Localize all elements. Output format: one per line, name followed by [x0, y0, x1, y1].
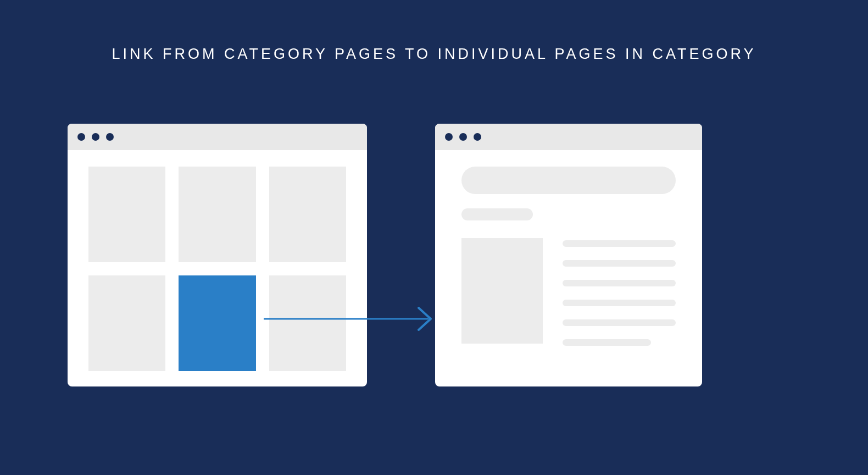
category-page-window: [68, 124, 367, 386]
text-line-placeholder: [563, 319, 676, 326]
text-line-placeholder: [563, 339, 651, 346]
page-detail: [461, 167, 676, 371]
category-tile: [88, 275, 165, 371]
category-tile: [179, 167, 255, 262]
category-tile: [88, 167, 165, 262]
text-line-placeholder: [563, 260, 676, 267]
window-dot-icon: [459, 133, 467, 141]
subheading-placeholder: [461, 208, 533, 220]
text-line-placeholder: [563, 240, 676, 247]
category-tile: [269, 275, 346, 371]
window-dot-icon: [77, 133, 85, 141]
heading-placeholder: [461, 167, 676, 194]
window-chrome: [435, 124, 702, 150]
window-dot-icon: [474, 133, 481, 141]
individual-page-window: [435, 124, 702, 386]
window-dot-icon: [445, 133, 453, 141]
image-placeholder: [461, 238, 543, 344]
window-dot-icon: [106, 133, 114, 141]
diagram-stage: LINK FROM CATEGORY PAGES TO INDIVIDUAL P…: [0, 0, 868, 475]
category-tile: [269, 167, 346, 262]
window-chrome: [68, 124, 367, 150]
diagram-title: LINK FROM CATEGORY PAGES TO INDIVIDUAL P…: [0, 46, 868, 63]
window-dot-icon: [92, 133, 99, 141]
content-row: [461, 238, 676, 346]
text-line-placeholder: [563, 300, 676, 306]
category-tile-active: [179, 275, 255, 371]
category-grid: [88, 167, 346, 371]
text-line-placeholder: [563, 280, 676, 286]
text-lines: [563, 238, 676, 346]
